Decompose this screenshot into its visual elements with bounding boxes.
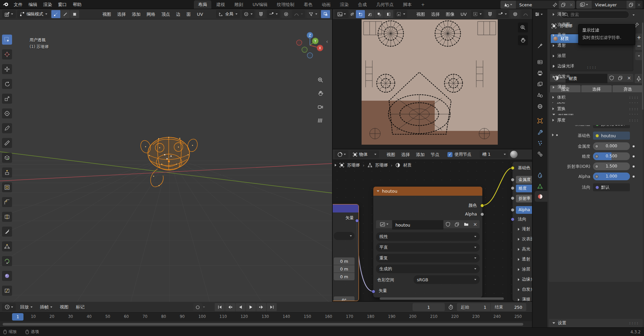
uv-proportional-edit-icon[interactable] [511,10,520,18]
properties-panel-collapsed[interactable]: 体积:::: [549,92,643,102]
mapping-type-dropdown[interactable] [334,232,355,240]
ior-keyframe-dot[interactable] [633,165,635,167]
surface-subpanel[interactable]: 涂层 [553,51,633,61]
tab-material[interactable] [535,192,545,201]
properties-panel-collapsed[interactable]: 厚度:::: [549,115,643,125]
fake-user-shield-icon[interactable] [443,220,452,228]
tab-particles[interactable] [535,138,545,148]
menu-item[interactable]: UV [458,9,470,19]
projection-dropdown[interactable]: 平直 [376,243,480,252]
collapse-icon[interactable] [377,190,379,192]
metallic-keyframe-dot[interactable] [633,145,635,147]
image-datablock-icon[interactable] [376,220,392,228]
timeline-hscrollbar[interactable] [3,323,523,326]
play-reverse-button[interactable] [235,303,246,311]
image-color-out-socket[interactable] [480,204,484,207]
mapping-location-z[interactable]: 0 m [334,273,355,280]
tool-rotate[interactable] [2,79,12,89]
copy-icon[interactable] [627,1,635,9]
uv-sticky-mode-dropdown[interactable] [394,10,407,18]
tool-transform[interactable] [2,108,12,118]
bsdf-normal-socket[interactable] [511,218,515,221]
pivot-point-dropdown[interactable] [242,10,255,18]
proportional-falloff-dropdown[interactable] [292,10,305,18]
menu-item[interactable]: 网格 [144,9,158,19]
uv-select-edge-icon[interactable] [365,10,374,18]
tool-knife[interactable] [2,227,12,237]
workspace-tab[interactable]: 纹理绘制 [272,0,299,9]
tool-spin[interactable] [2,256,12,266]
source-dropdown[interactable]: 生成的 [376,265,480,273]
tab-output[interactable] [535,68,545,78]
uv-sync-select-icon[interactable] [350,10,355,18]
tool-measure[interactable] [2,138,12,148]
uv-select-vertex-icon[interactable] [356,10,365,18]
editor-type-properties-icon[interactable] [535,12,543,17]
metallic-slider[interactable]: 0.000 [593,142,630,150]
mapping-location-y[interactable]: 0 m [334,265,355,273]
scene-selector[interactable]: Scene × [500,1,575,9]
mapping-rotation-x[interactable]: 0° [334,296,355,301]
bsdf-basecolor-socket[interactable] [511,166,515,170]
playhead[interactable]: 1 [12,313,23,321]
basecolor-field[interactable]: houtou [593,132,630,140]
frame-start-field[interactable]: 起始1 [457,303,490,311]
auto-keying-toggle[interactable] [193,303,202,311]
menu-item[interactable]: 视图 [413,9,428,19]
bsdf-ior-slider[interactable]: 折射率 [516,195,532,202]
workspace-tab[interactable]: 几何节点 [372,0,398,9]
workspace-tab[interactable]: UV编辑 [248,0,272,9]
mode-dropdown[interactable]: 编辑模式 [17,10,50,18]
workspace-tab[interactable]: 渲染 [335,0,353,9]
bsdf-roughness-socket[interactable] [511,186,515,190]
mapping-vector-out-socket[interactable] [355,219,359,223]
shader-node-editor[interactable]: 矢量 0 m 0 m 0 m 0° houtou 颜色 Alpha houtou [333,149,532,301]
menu-item[interactable]: 帮助 [70,0,85,9]
auto-keying-options[interactable] [203,306,205,308]
navigation-gizmo[interactable]: Z Y X [294,30,325,61]
copy-icon[interactable] [452,220,462,228]
bsdf-collapsed-row[interactable]: 薄膜 [518,297,532,301]
tab-scene[interactable] [535,91,545,100]
bsdf-roughness-slider[interactable]: 糙度 [516,185,532,192]
viewlayer-name[interactable]: ViewLayer [592,1,627,9]
uv-select-island-icon[interactable] [384,10,393,18]
menu-item[interactable]: UV [194,9,206,19]
tool-select-box[interactable] [2,35,12,45]
menu-item[interactable]: 边 [173,9,183,19]
menu-item[interactable]: 面 [183,9,194,19]
bsdf-ior-socket[interactable] [511,196,515,200]
breadcrumb-object[interactable]: 苏珊娜 [347,162,360,168]
tool-extrude-region[interactable] [2,167,12,178]
tab-render[interactable] [535,57,545,67]
tab-tool[interactable] [535,41,545,51]
roughness-slider[interactable]: 0.500 [593,152,630,160]
image-node-header[interactable]: houtou [373,187,482,196]
mapping-node-header[interactable] [333,204,359,212]
breadcrumb-mesh[interactable]: 苏珊娜 [375,162,388,168]
tool-move[interactable] [2,64,12,74]
scene-name[interactable]: Scene [516,1,551,9]
surface-subpanel[interactable]: 边缘光泽 [553,61,633,71]
bsdf-collapsed-row[interactable]: 涂层 [518,267,532,272]
viewport-3d[interactable]: 编辑模式 视图选择添加网格顶点边面UV 全局 [0,9,332,302]
extension-dropdown[interactable]: 重复 [376,254,480,262]
workspace-tab[interactable]: 雕刻 [230,0,248,9]
slot-remove-button[interactable]: − [635,42,643,50]
select-mode-vertex-icon[interactable] [51,10,60,18]
tab-view-layer[interactable] [535,80,545,89]
editor-type-3d-icon[interactable] [2,10,16,18]
tool-add-cube[interactable] [2,153,12,163]
uv-overlays-dropdown[interactable] [532,10,532,18]
tool-loop-cut[interactable] [2,212,12,222]
editor-type-image-icon[interactable] [335,10,348,18]
tab-object[interactable] [535,116,545,126]
stopwatch-icon[interactable] [448,304,453,310]
close-icon[interactable]: × [568,1,575,9]
colorspace-dropdown[interactable]: sRGB [414,275,480,284]
close-icon[interactable]: × [635,1,643,9]
menu-item[interactable]: 节点 [428,150,442,159]
slot-add-button[interactable]: + [635,34,643,42]
jump-to-end-button[interactable] [267,303,277,311]
open-folder-icon[interactable] [462,220,471,228]
